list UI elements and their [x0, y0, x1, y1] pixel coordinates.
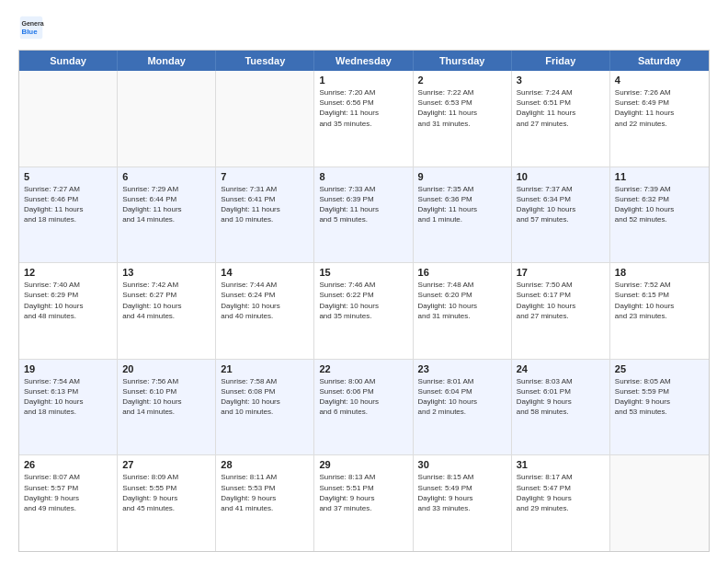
- day-number: 1: [319, 75, 407, 86]
- calendar-header: SundayMondayTuesdayWednesdayThursdayFrid…: [19, 51, 709, 71]
- day-number: 12: [24, 267, 112, 278]
- logo-icon: General Blue: [18, 15, 44, 40]
- cell-info: Sunrise: 7:22 AM Sunset: 6:53 PM Dayligh…: [418, 87, 506, 129]
- header-day-monday: Monday: [118, 51, 216, 71]
- calendar-cell-4-0: 26Sunrise: 8:07 AM Sunset: 5:57 PM Dayli…: [19, 455, 118, 551]
- cell-info: Sunrise: 7:42 AM Sunset: 6:27 PM Dayligh…: [122, 280, 210, 321]
- calendar-cell-0-1: [118, 71, 216, 167]
- cell-info: Sunrise: 8:15 AM Sunset: 5:49 PM Dayligh…: [418, 472, 506, 513]
- day-number: 25: [615, 363, 704, 374]
- day-number: 21: [221, 363, 309, 374]
- calendar-cell-1-2: 7Sunrise: 7:31 AM Sunset: 6:41 PM Daylig…: [216, 167, 314, 263]
- cell-info: Sunrise: 8:05 AM Sunset: 5:59 PM Dayligh…: [615, 376, 704, 418]
- calendar-cell-4-1: 27Sunrise: 8:09 AM Sunset: 5:55 PM Dayli…: [118, 455, 216, 551]
- calendar-cell-1-4: 9Sunrise: 7:35 AM Sunset: 6:36 PM Daylig…: [414, 167, 512, 263]
- header-day-friday: Friday: [512, 51, 610, 71]
- calendar-cell-3-6: 25Sunrise: 8:05 AM Sunset: 5:59 PM Dayli…: [610, 360, 709, 455]
- calendar-cell-2-4: 16Sunrise: 7:48 AM Sunset: 6:20 PM Dayli…: [414, 263, 512, 359]
- calendar-cell-1-3: 8Sunrise: 7:33 AM Sunset: 6:39 PM Daylig…: [314, 167, 413, 263]
- cell-info: Sunrise: 8:07 AM Sunset: 5:57 PM Dayligh…: [24, 472, 112, 513]
- cell-info: Sunrise: 7:39 AM Sunset: 6:32 PM Dayligh…: [615, 184, 704, 225]
- day-number: 14: [221, 267, 309, 278]
- cell-info: Sunrise: 7:44 AM Sunset: 6:24 PM Dayligh…: [221, 280, 309, 321]
- cell-info: Sunrise: 7:37 AM Sunset: 6:34 PM Dayligh…: [517, 184, 605, 225]
- logo: General Blue: [18, 15, 48, 40]
- cell-info: Sunrise: 7:33 AM Sunset: 6:39 PM Dayligh…: [319, 184, 407, 225]
- cell-info: Sunrise: 7:35 AM Sunset: 6:36 PM Dayligh…: [418, 184, 506, 225]
- calendar-cell-4-2: 28Sunrise: 8:11 AM Sunset: 5:53 PM Dayli…: [216, 455, 314, 551]
- calendar-row-4: 26Sunrise: 8:07 AM Sunset: 5:57 PM Dayli…: [19, 455, 709, 551]
- cell-info: Sunrise: 8:00 AM Sunset: 6:06 PM Dayligh…: [319, 376, 407, 418]
- day-number: 15: [319, 267, 407, 278]
- day-number: 8: [319, 171, 407, 182]
- day-number: 6: [122, 171, 210, 182]
- calendar-cell-0-4: 2Sunrise: 7:22 AM Sunset: 6:53 PM Daylig…: [414, 71, 512, 167]
- calendar-cell-0-2: [216, 71, 314, 167]
- calendar-cell-2-0: 12Sunrise: 7:40 AM Sunset: 6:29 PM Dayli…: [19, 263, 118, 359]
- calendar-cell-1-1: 6Sunrise: 7:29 AM Sunset: 6:44 PM Daylig…: [118, 167, 216, 263]
- calendar-cell-4-5: 31Sunrise: 8:17 AM Sunset: 5:47 PM Dayli…: [512, 455, 610, 551]
- calendar-row-2: 12Sunrise: 7:40 AM Sunset: 6:29 PM Dayli…: [19, 263, 709, 360]
- header-day-thursday: Thursday: [414, 51, 512, 71]
- cell-info: Sunrise: 7:46 AM Sunset: 6:22 PM Dayligh…: [319, 280, 407, 321]
- cell-info: Sunrise: 8:09 AM Sunset: 5:55 PM Dayligh…: [122, 472, 210, 513]
- svg-text:General: General: [22, 20, 45, 27]
- calendar-cell-2-3: 15Sunrise: 7:46 AM Sunset: 6:22 PM Dayli…: [314, 263, 413, 359]
- cell-info: Sunrise: 7:48 AM Sunset: 6:20 PM Dayligh…: [418, 280, 506, 321]
- calendar-cell-3-5: 24Sunrise: 8:03 AM Sunset: 6:01 PM Dayli…: [512, 360, 610, 455]
- cell-info: Sunrise: 8:13 AM Sunset: 5:51 PM Dayligh…: [319, 472, 407, 513]
- calendar-cell-4-6: [610, 455, 709, 551]
- cell-info: Sunrise: 7:56 AM Sunset: 6:10 PM Dayligh…: [122, 376, 210, 418]
- calendar: SundayMondayTuesdayWednesdayThursdayFrid…: [18, 50, 710, 552]
- cell-info: Sunrise: 7:50 AM Sunset: 6:17 PM Dayligh…: [517, 280, 605, 321]
- day-number: 3: [517, 75, 605, 86]
- day-number: 18: [615, 267, 704, 278]
- page: General Blue SundayMondayTuesdayWednesda…: [0, 0, 728, 563]
- day-number: 2: [418, 75, 506, 86]
- calendar-row-3: 19Sunrise: 7:54 AM Sunset: 6:13 PM Dayli…: [19, 360, 709, 456]
- day-number: 5: [24, 171, 112, 182]
- day-number: 13: [122, 267, 210, 278]
- calendar-cell-1-5: 10Sunrise: 7:37 AM Sunset: 6:34 PM Dayli…: [512, 167, 610, 263]
- header-day-saturday: Saturday: [610, 51, 709, 71]
- day-number: 16: [418, 267, 506, 278]
- cell-info: Sunrise: 7:20 AM Sunset: 6:56 PM Dayligh…: [319, 87, 407, 129]
- day-number: 17: [517, 267, 605, 278]
- calendar-cell-0-0: [19, 71, 118, 167]
- day-number: 9: [418, 171, 506, 182]
- svg-text:Blue: Blue: [22, 28, 39, 36]
- calendar-cell-4-4: 30Sunrise: 8:15 AM Sunset: 5:49 PM Dayli…: [414, 455, 512, 551]
- day-number: 29: [319, 459, 407, 470]
- header-day-wednesday: Wednesday: [314, 51, 413, 71]
- day-number: 26: [24, 459, 112, 470]
- calendar-cell-3-0: 19Sunrise: 7:54 AM Sunset: 6:13 PM Dayli…: [19, 360, 118, 455]
- cell-info: Sunrise: 7:58 AM Sunset: 6:08 PM Dayligh…: [221, 376, 309, 418]
- cell-info: Sunrise: 7:31 AM Sunset: 6:41 PM Dayligh…: [221, 184, 309, 225]
- day-number: 27: [122, 459, 210, 470]
- cell-info: Sunrise: 7:54 AM Sunset: 6:13 PM Dayligh…: [24, 376, 112, 418]
- calendar-cell-0-6: 4Sunrise: 7:26 AM Sunset: 6:49 PM Daylig…: [610, 71, 709, 167]
- calendar-cell-1-6: 11Sunrise: 7:39 AM Sunset: 6:32 PM Dayli…: [610, 167, 709, 263]
- calendar-body: 1Sunrise: 7:20 AM Sunset: 6:56 PM Daylig…: [19, 71, 709, 551]
- day-number: 19: [24, 363, 112, 374]
- day-number: 7: [221, 171, 309, 182]
- calendar-row-0: 1Sunrise: 7:20 AM Sunset: 6:56 PM Daylig…: [19, 71, 709, 167]
- calendar-cell-4-3: 29Sunrise: 8:13 AM Sunset: 5:51 PM Dayli…: [314, 455, 413, 551]
- calendar-cell-3-4: 23Sunrise: 8:01 AM Sunset: 6:04 PM Dayli…: [414, 360, 512, 455]
- day-number: 24: [517, 363, 605, 374]
- day-number: 30: [418, 459, 506, 470]
- calendar-cell-0-5: 3Sunrise: 7:24 AM Sunset: 6:51 PM Daylig…: [512, 71, 610, 167]
- calendar-cell-2-1: 13Sunrise: 7:42 AM Sunset: 6:27 PM Dayli…: [118, 263, 216, 359]
- cell-info: Sunrise: 7:52 AM Sunset: 6:15 PM Dayligh…: [615, 280, 704, 321]
- cell-info: Sunrise: 7:26 AM Sunset: 6:49 PM Dayligh…: [615, 87, 704, 129]
- day-number: 28: [221, 459, 309, 470]
- day-number: 31: [517, 459, 605, 470]
- day-number: 4: [615, 75, 704, 86]
- cell-info: Sunrise: 7:27 AM Sunset: 6:46 PM Dayligh…: [24, 184, 112, 225]
- calendar-cell-2-5: 17Sunrise: 7:50 AM Sunset: 6:17 PM Dayli…: [512, 263, 610, 359]
- calendar-cell-3-1: 20Sunrise: 7:56 AM Sunset: 6:10 PM Dayli…: [118, 360, 216, 455]
- cell-info: Sunrise: 7:29 AM Sunset: 6:44 PM Dayligh…: [122, 184, 210, 225]
- header-day-tuesday: Tuesday: [216, 51, 314, 71]
- cell-info: Sunrise: 8:11 AM Sunset: 5:53 PM Dayligh…: [221, 472, 309, 513]
- cell-info: Sunrise: 8:01 AM Sunset: 6:04 PM Dayligh…: [418, 376, 506, 418]
